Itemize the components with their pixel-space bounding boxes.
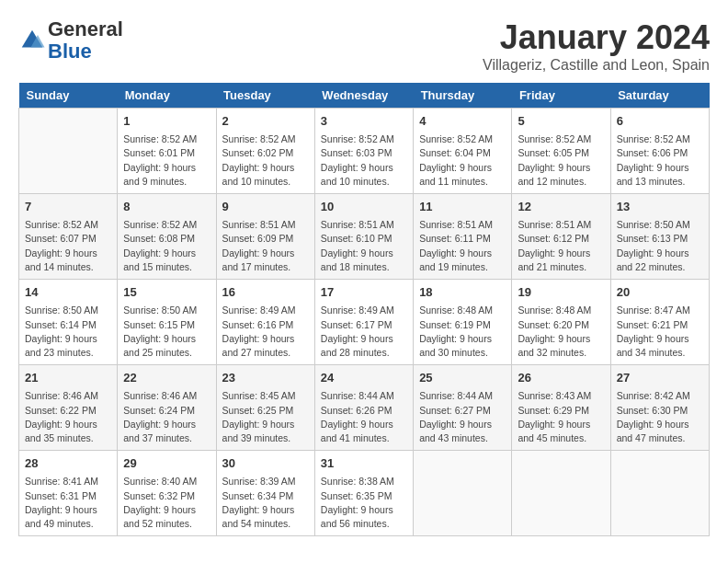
- calendar-cell: 16Sunrise: 8:49 AM Sunset: 6:16 PM Dayli…: [216, 280, 314, 365]
- calendar-cell: 25Sunrise: 8:44 AM Sunset: 6:27 PM Dayli…: [414, 365, 512, 451]
- calendar-cell: 14Sunrise: 8:50 AM Sunset: 6:14 PM Dayli…: [19, 280, 118, 365]
- calendar-cell: 7Sunrise: 8:52 AM Sunset: 6:07 PM Daylig…: [19, 194, 118, 280]
- calendar-cell: 22Sunrise: 8:46 AM Sunset: 6:24 PM Dayli…: [118, 365, 216, 451]
- logo-line2: Blue: [48, 40, 123, 63]
- calendar-cell: 31Sunrise: 8:38 AM Sunset: 6:35 PM Dayli…: [314, 451, 413, 536]
- calendar-cell: 8Sunrise: 8:52 AM Sunset: 6:08 PM Daylig…: [118, 194, 216, 280]
- weekday-header-wednesday: Wednesday: [314, 83, 413, 109]
- day-number: 6: [617, 113, 703, 130]
- weekday-header-saturday: Saturday: [610, 83, 709, 109]
- week-row-5: 28Sunrise: 8:41 AM Sunset: 6:31 PM Dayli…: [19, 451, 710, 536]
- calendar-cell: 26Sunrise: 8:43 AM Sunset: 6:29 PM Dayli…: [512, 365, 610, 451]
- calendar-cell: 5Sunrise: 8:52 AM Sunset: 6:05 PM Daylig…: [512, 109, 610, 194]
- day-number: 19: [518, 284, 604, 301]
- day-info: Sunrise: 8:52 AM Sunset: 6:08 PM Dayligh…: [123, 218, 210, 274]
- week-row-3: 14Sunrise: 8:50 AM Sunset: 6:14 PM Dayli…: [19, 280, 710, 365]
- weekday-header-tuesday: Tuesday: [216, 83, 314, 109]
- logo-icon: [18, 27, 46, 54]
- day-info: Sunrise: 8:44 AM Sunset: 6:27 PM Dayligh…: [419, 389, 506, 445]
- calendar-cell: 23Sunrise: 8:45 AM Sunset: 6:25 PM Dayli…: [216, 365, 314, 451]
- day-info: Sunrise: 8:52 AM Sunset: 6:05 PM Dayligh…: [518, 132, 604, 189]
- day-number: 18: [419, 284, 506, 301]
- day-info: Sunrise: 8:52 AM Sunset: 6:04 PM Dayligh…: [419, 132, 506, 189]
- day-info: Sunrise: 8:50 AM Sunset: 6:14 PM Dayligh…: [25, 304, 111, 360]
- day-info: Sunrise: 8:39 AM Sunset: 6:34 PM Dayligh…: [222, 475, 309, 531]
- day-number: 16: [222, 284, 309, 301]
- day-info: Sunrise: 8:51 AM Sunset: 6:11 PM Dayligh…: [419, 218, 506, 274]
- day-info: Sunrise: 8:46 AM Sunset: 6:22 PM Dayligh…: [25, 389, 111, 445]
- calendar-cell: 4Sunrise: 8:52 AM Sunset: 6:04 PM Daylig…: [414, 109, 512, 194]
- day-number: 26: [518, 370, 604, 386]
- day-number: 10: [321, 199, 407, 215]
- calendar-cell: [414, 451, 512, 536]
- day-number: 5: [518, 113, 604, 130]
- calendar-table: SundayMondayTuesdayWednesdayThursdayFrid…: [18, 83, 710, 536]
- day-info: Sunrise: 8:49 AM Sunset: 6:16 PM Dayligh…: [222, 304, 309, 360]
- calendar-cell: 13Sunrise: 8:50 AM Sunset: 6:13 PM Dayli…: [610, 194, 709, 280]
- calendar-cell: 28Sunrise: 8:41 AM Sunset: 6:31 PM Dayli…: [19, 451, 118, 536]
- day-number: 9: [222, 199, 309, 215]
- day-info: Sunrise: 8:38 AM Sunset: 6:35 PM Dayligh…: [321, 475, 407, 531]
- calendar-cell: 11Sunrise: 8:51 AM Sunset: 6:11 PM Dayli…: [414, 194, 512, 280]
- day-info: Sunrise: 8:44 AM Sunset: 6:26 PM Dayligh…: [321, 389, 407, 445]
- day-info: Sunrise: 8:51 AM Sunset: 6:12 PM Dayligh…: [518, 218, 604, 274]
- day-info: Sunrise: 8:48 AM Sunset: 6:19 PM Dayligh…: [419, 304, 506, 360]
- day-number: 14: [25, 284, 111, 301]
- day-number: 8: [123, 199, 210, 215]
- calendar-cell: 3Sunrise: 8:52 AM Sunset: 6:03 PM Daylig…: [314, 109, 413, 194]
- day-info: Sunrise: 8:52 AM Sunset: 6:03 PM Dayligh…: [321, 132, 407, 189]
- calendar-cell: 20Sunrise: 8:47 AM Sunset: 6:21 PM Dayli…: [610, 280, 709, 365]
- logo: General Blue: [18, 18, 123, 63]
- title-block: January 2024 Villageriz, Castille and Le…: [483, 18, 710, 74]
- day-info: Sunrise: 8:40 AM Sunset: 6:32 PM Dayligh…: [123, 475, 210, 531]
- day-info: Sunrise: 8:52 AM Sunset: 6:02 PM Dayligh…: [222, 132, 309, 189]
- weekday-header-thursday: Thursday: [414, 83, 512, 109]
- day-number: 17: [321, 284, 407, 301]
- calendar-cell: 9Sunrise: 8:51 AM Sunset: 6:09 PM Daylig…: [216, 194, 314, 280]
- calendar-cell: 24Sunrise: 8:44 AM Sunset: 6:26 PM Dayli…: [314, 365, 413, 451]
- day-number: 20: [617, 284, 703, 301]
- page-header: General Blue January 2024 Villageriz, Ca…: [18, 18, 710, 74]
- day-info: Sunrise: 8:51 AM Sunset: 6:10 PM Dayligh…: [321, 218, 407, 274]
- day-number: 11: [419, 199, 506, 215]
- week-row-2: 7Sunrise: 8:52 AM Sunset: 6:07 PM Daylig…: [19, 194, 710, 280]
- calendar-cell: 21Sunrise: 8:46 AM Sunset: 6:22 PM Dayli…: [19, 365, 118, 451]
- day-number: 13: [617, 199, 703, 215]
- calendar-cell: 29Sunrise: 8:40 AM Sunset: 6:32 PM Dayli…: [118, 451, 216, 536]
- day-info: Sunrise: 8:50 AM Sunset: 6:13 PM Dayligh…: [617, 218, 703, 274]
- day-number: 31: [321, 455, 407, 472]
- day-info: Sunrise: 8:52 AM Sunset: 6:07 PM Dayligh…: [25, 218, 111, 274]
- weekday-header-friday: Friday: [512, 83, 610, 109]
- calendar-cell: 2Sunrise: 8:52 AM Sunset: 6:02 PM Daylig…: [216, 109, 314, 194]
- day-number: 2: [222, 113, 309, 130]
- day-info: Sunrise: 8:50 AM Sunset: 6:15 PM Dayligh…: [123, 304, 210, 360]
- day-number: 27: [617, 370, 703, 386]
- day-info: Sunrise: 8:49 AM Sunset: 6:17 PM Dayligh…: [321, 304, 407, 360]
- month-title: January 2024: [483, 18, 710, 57]
- week-row-1: 1Sunrise: 8:52 AM Sunset: 6:01 PM Daylig…: [19, 109, 710, 194]
- calendar-cell: 27Sunrise: 8:42 AM Sunset: 6:30 PM Dayli…: [610, 365, 709, 451]
- calendar-cell: [610, 451, 709, 536]
- calendar-cell: 17Sunrise: 8:49 AM Sunset: 6:17 PM Dayli…: [314, 280, 413, 365]
- day-number: 23: [222, 370, 309, 386]
- day-info: Sunrise: 8:43 AM Sunset: 6:29 PM Dayligh…: [518, 389, 604, 445]
- calendar-cell: 1Sunrise: 8:52 AM Sunset: 6:01 PM Daylig…: [118, 109, 216, 194]
- calendar-cell: [512, 451, 610, 536]
- calendar-cell: 12Sunrise: 8:51 AM Sunset: 6:12 PM Dayli…: [512, 194, 610, 280]
- day-number: 21: [25, 370, 111, 386]
- day-info: Sunrise: 8:42 AM Sunset: 6:30 PM Dayligh…: [617, 389, 703, 445]
- calendar-cell: 10Sunrise: 8:51 AM Sunset: 6:10 PM Dayli…: [314, 194, 413, 280]
- logo-line1: General: [48, 18, 123, 40]
- day-info: Sunrise: 8:52 AM Sunset: 6:01 PM Dayligh…: [123, 132, 210, 189]
- calendar-cell: [19, 109, 118, 194]
- day-number: 25: [419, 370, 506, 386]
- day-number: 1: [123, 113, 210, 130]
- day-number: 29: [123, 455, 210, 472]
- calendar-cell: 30Sunrise: 8:39 AM Sunset: 6:34 PM Dayli…: [216, 451, 314, 536]
- calendar-cell: 6Sunrise: 8:52 AM Sunset: 6:06 PM Daylig…: [610, 109, 709, 194]
- day-number: 22: [123, 370, 210, 386]
- day-info: Sunrise: 8:46 AM Sunset: 6:24 PM Dayligh…: [123, 389, 210, 445]
- day-info: Sunrise: 8:52 AM Sunset: 6:06 PM Dayligh…: [617, 132, 703, 189]
- day-number: 3: [321, 113, 407, 130]
- day-number: 7: [25, 199, 111, 215]
